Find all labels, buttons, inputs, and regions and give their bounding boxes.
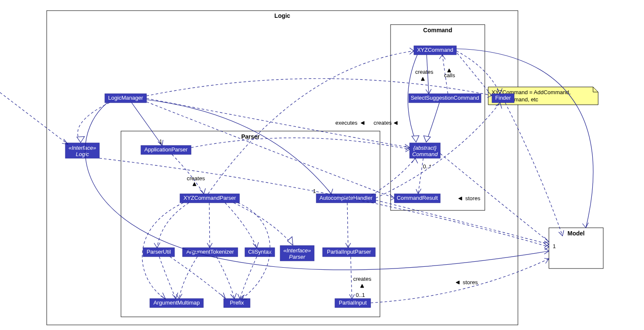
label-one-3: 1 — [553, 243, 556, 249]
class-cli-syntax: CliSyntax — [245, 248, 275, 257]
svg-text:XYZCommandParser: XYZCommandParser — [183, 195, 236, 201]
rel-parserutil-to-argmm — [159, 257, 176, 299]
class-logic-interface: «Interface» Logic — [65, 143, 99, 158]
rel-autocomplete-to-model — [376, 200, 549, 244]
rel-xyzparser-to-clisyntax — [225, 203, 257, 248]
rel-command-to-model — [440, 154, 549, 242]
svg-marker-46 — [360, 284, 364, 288]
rel-xyzparser-to-parserutil — [157, 203, 189, 248]
svg-marker-41 — [361, 121, 364, 125]
class-xyz-command: XYZCommand — [414, 46, 456, 55]
rel-finder-to-model — [505, 103, 562, 236]
svg-text:«Interface»: «Interface» — [283, 247, 311, 254]
class-parser-interface: «Interface» Parser — [280, 246, 314, 261]
uml-diagram: Logic Command Parser Model XYZCommand = … — [0, 0, 644, 330]
class-finder: Finder — [492, 94, 514, 103]
package-model-title: Model — [568, 230, 585, 237]
rel-note-to-xyzcommand — [456, 52, 488, 91]
svg-marker-49 — [447, 69, 451, 72]
svg-text:Parser: Parser — [289, 254, 306, 260]
svg-text:ParserUtil: ParserUtil — [146, 249, 171, 255]
svg-marker-48 — [421, 77, 425, 81]
label-creates-3: creates — [353, 276, 371, 282]
label-executes: executes — [335, 120, 358, 126]
svg-text:SelectSuggestionCommand: SelectSuggestionCommand — [411, 95, 479, 101]
svg-text:ApplicationParser: ApplicationParser — [144, 146, 188, 153]
label-creates-2: creates — [374, 120, 392, 126]
class-application-parser: ApplicationParser — [141, 145, 191, 154]
rel-partialip-creates-partialin — [351, 257, 352, 299]
svg-text:Logic: Logic — [76, 151, 89, 157]
svg-text:LogicManager: LogicManager — [108, 95, 143, 101]
class-command-result: CommandResult — [394, 194, 440, 203]
class-argument-multimap: ArgumentMultimap — [150, 299, 203, 308]
svg-text:Finder: Finder — [495, 95, 512, 101]
rel-appparser-creates-xyzparser — [172, 154, 204, 194]
svg-text:Prefix: Prefix — [230, 299, 244, 306]
rel-autocomplete-to-partialip — [347, 203, 348, 248]
label-zero-one: 0..1 — [356, 292, 365, 298]
svg-marker-43 — [394, 121, 397, 125]
svg-text:Command: Command — [412, 151, 438, 157]
rel-logicmanager-executes-command — [146, 98, 410, 148]
rel-parserutil-to-prefix — [170, 257, 225, 299]
class-partial-input-parser: PartialInputParser — [323, 248, 375, 257]
rel-argtok-to-argmm — [179, 257, 197, 299]
rel-clisyntax-to-prefix — [240, 257, 257, 299]
rel-logicmanager-to-model — [85, 103, 549, 270]
rel-xyzparser-to-argtok — [209, 203, 210, 248]
label-stores-1: stores — [465, 195, 481, 201]
svg-text:CommandResult: CommandResult — [397, 195, 438, 201]
rel-selectsuggestion-extends-command — [426, 103, 439, 142]
rel-command-to-commandresult — [418, 158, 423, 194]
class-xyz-command-parser: XYZCommandParser — [180, 194, 239, 203]
class-parser-util: ParserUtil — [143, 248, 174, 257]
label-stores-2: stores — [463, 279, 478, 285]
svg-marker-42 — [193, 182, 196, 186]
svg-marker-51 — [424, 136, 430, 142]
svg-marker-40 — [77, 137, 84, 143]
svg-text:PartialInputParser: PartialInputParser — [327, 249, 371, 255]
label-calls: calls — [444, 72, 456, 78]
rel-external-to-logic — [0, 92, 68, 144]
svg-marker-50 — [412, 136, 419, 142]
package-logic-title: Logic — [274, 12, 290, 19]
label-creates-1: creates — [187, 175, 205, 182]
label-one-1: 1 — [159, 138, 162, 145]
class-argument-tokenizer: ArgumentTokenizer — [183, 248, 238, 257]
svg-text:AutocompleteHandler: AutocompleteHandler — [319, 195, 373, 201]
class-prefix: Prefix — [224, 299, 250, 308]
rel-argtok-to-prefix — [217, 257, 234, 299]
rel-logicmanager-to-finder — [146, 78, 492, 96]
svg-text:PartialInput: PartialInput — [339, 299, 367, 306]
svg-marker-45 — [458, 197, 462, 200]
package-parser — [121, 131, 380, 317]
svg-marker-44 — [287, 237, 293, 245]
label-zero-star: 0..* — [423, 163, 431, 170]
class-partial-input: PartialInput — [335, 299, 371, 308]
svg-text:XYZCommand: XYZCommand — [417, 47, 453, 53]
class-logic-manager: LogicManager — [105, 94, 146, 103]
class-abstract-command: {abstract} Command — [410, 143, 440, 158]
svg-text:CliSyntax: CliSyntax — [248, 249, 272, 255]
svg-text:«Interface»: «Interface» — [68, 145, 96, 151]
class-select-suggestion-command: SelectSuggestionCommand — [409, 94, 481, 103]
package-logic — [47, 11, 518, 325]
label-creates-4: creates — [415, 69, 433, 75]
svg-text:{abstract}: {abstract} — [413, 145, 437, 151]
rel-appparser-creates-command — [191, 138, 410, 149]
svg-marker-47 — [456, 281, 459, 284]
svg-text:ArgumentMultimap: ArgumentMultimap — [153, 299, 200, 306]
rel-logicmanager-to-appparser — [132, 103, 162, 145]
package-command-title: Command — [423, 27, 452, 34]
class-autocomplete-handler: AutocompleteHandler — [316, 194, 376, 203]
rel-partialin-stores-model — [371, 259, 549, 303]
